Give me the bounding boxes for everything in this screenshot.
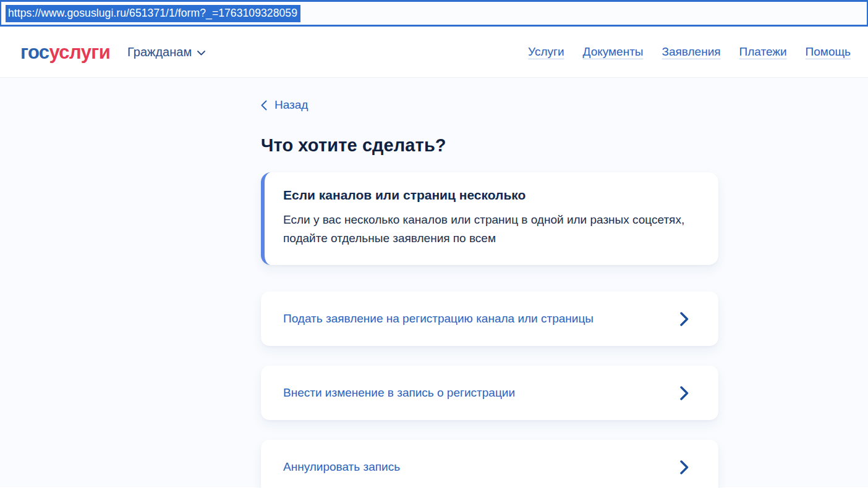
action-card-submit-registration[interactable]: Подать заявление на регистрацию канала и… xyxy=(261,292,718,346)
chevron-right-icon xyxy=(680,386,689,400)
page-title: Что хотите сделать? xyxy=(261,135,718,156)
logo-part-uslugi: услуги xyxy=(49,41,110,63)
nav-item-platezhi[interactable]: Платежи xyxy=(739,45,787,59)
page-main: Назад Что хотите сделать? Если каналов и… xyxy=(0,78,868,487)
main-nav: Услуги Документы Заявления Платежи Помощ… xyxy=(528,45,851,59)
nav-item-uslugi[interactable]: Услуги xyxy=(528,45,564,59)
browser-url-bar[interactable]: https://www.gosuslugi.ru/651371/1/form?_… xyxy=(0,0,868,27)
content-column: Назад Что хотите сделать? Если каналов и… xyxy=(261,98,718,488)
action-card-label: Внести изменение в запись о регистрации xyxy=(283,386,515,400)
nav-item-zayavleniya[interactable]: Заявления xyxy=(662,45,721,59)
info-card-body: Если у вас несколько каналов или страниц… xyxy=(283,211,697,248)
chevron-right-icon xyxy=(680,312,689,326)
back-link-label: Назад xyxy=(274,98,308,112)
info-card-title: Если каналов или страниц несколько xyxy=(283,188,697,203)
action-card-annul-record[interactable]: Аннулировать запись xyxy=(261,440,718,488)
url-text-selected[interactable]: https://www.gosuslugi.ru/651371/1/form?_… xyxy=(6,5,300,22)
nav-item-dokumenty[interactable]: Документы xyxy=(583,45,644,59)
chevron-right-icon xyxy=(680,460,689,474)
audience-selector-label: Гражданам xyxy=(127,45,192,59)
back-link[interactable]: Назад xyxy=(261,98,308,112)
logo-part-gos: гос xyxy=(20,41,49,63)
info-card: Если каналов или страниц несколько Если … xyxy=(261,172,718,265)
action-card-label: Аннулировать запись xyxy=(283,460,400,474)
action-card-edit-record[interactable]: Внести изменение в запись о регистрации xyxy=(261,366,718,420)
site-header: госуслуги Гражданам Услуги Документы Зая… xyxy=(0,27,868,78)
chevron-down-icon xyxy=(197,51,205,56)
action-card-label: Подать заявление на регистрацию канала и… xyxy=(283,312,594,326)
audience-selector[interactable]: Гражданам xyxy=(127,45,205,59)
chevron-left-icon xyxy=(261,100,267,111)
nav-item-pomosch[interactable]: Помощь xyxy=(806,45,851,59)
gosuslugi-logo[interactable]: госуслуги xyxy=(20,43,110,62)
